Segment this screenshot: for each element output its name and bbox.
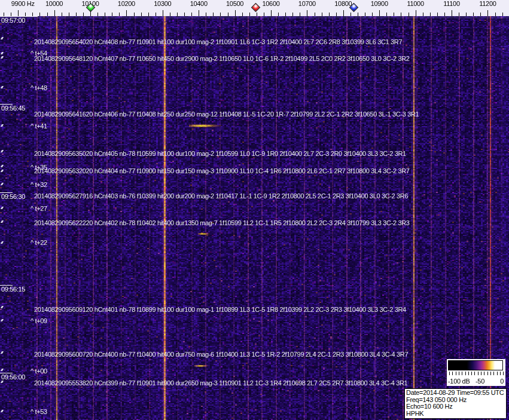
waterfall-overlay: 09:57:0009:56:4509:56:3009:56:1509:56:00…: [0, 0, 509, 420]
event-log-line: 20140829095641620 hCnt406 nb-77 f10408 h…: [34, 111, 419, 118]
time-offset-label: ^ t+54: [31, 50, 47, 57]
time-label: 09:56:30: [1, 193, 25, 200]
freq-tick: [119, 13, 120, 16]
freq-tick: [69, 13, 69, 16]
freq-tick: [257, 13, 257, 16]
legend-tick: [503, 372, 504, 375]
freq-tick: [25, 13, 26, 16]
freq-tick: [97, 13, 98, 16]
freq-label: 10000: [45, 0, 63, 7]
info-line: HPHK: [406, 410, 505, 418]
freq-tick: [235, 10, 236, 16]
edge-tick: [1, 319, 4, 321]
freq-tick: [365, 13, 365, 16]
freq-tick: [315, 13, 315, 16]
freq-tick: [83, 13, 84, 16]
edge-tick: [1, 37, 4, 39]
freq-tick: [220, 13, 221, 16]
time-offset-label: ^ t+35: [31, 164, 47, 171]
freq-tick: [32, 13, 33, 16]
legend-tick: [497, 372, 498, 375]
freq-tick: [343, 10, 344, 16]
freq-tick: [228, 13, 228, 16]
colorbar-labels: -100 dB -50 0: [447, 378, 505, 385]
legend-tick: [493, 372, 494, 375]
edge-tick: [1, 241, 4, 244]
legend-tick: [481, 372, 481, 375]
event-log-line: 20140829095600720 hCnt400 nb-77 f10400 h…: [34, 351, 408, 358]
event-log-line: 20140829095609120 hCnt401 nb-78 f10899 h…: [34, 306, 406, 313]
edge-tick: [1, 183, 4, 185]
legend-tick: [449, 372, 450, 375]
freq-tick: [184, 13, 185, 16]
edge-tick: [1, 165, 4, 167]
freq-tick: [386, 13, 387, 16]
colorbar-min-label: -100 dB: [448, 378, 470, 385]
frequency-ruler: 9900 Hz100001010010200103001040010500106…: [0, 0, 509, 16]
time-offset-label: ^ t+09: [31, 317, 47, 324]
freq-tick: [437, 13, 438, 16]
edge-tick: [1, 410, 4, 412]
freq-tick: [487, 10, 488, 16]
time-offset-label: ^ t+53: [31, 408, 47, 415]
freq-tick: [242, 13, 243, 16]
freq-tick: [206, 13, 206, 16]
edge-tick: [1, 150, 4, 152]
freq-label: 11200: [479, 0, 496, 7]
time-offset-label: ^ t+32: [31, 181, 47, 188]
freq-label: 9900 Hz: [11, 0, 35, 7]
freq-tick: [416, 10, 416, 16]
freq-label: 10300: [154, 0, 171, 7]
freq-tick: [4, 13, 4, 16]
edge-tick: [1, 124, 4, 127]
freq-tick: [163, 10, 163, 16]
freq-tick: [409, 13, 409, 16]
meteor-echo-monitor-window: 9900 Hz100001010010200103001040010500106…: [0, 0, 509, 420]
event-log-line: 20140829095648120 hCnt407 nb-77 f10650 h…: [34, 55, 410, 62]
freq-label: 10400: [190, 0, 208, 7]
freq-tick: [126, 10, 127, 16]
edge-tick: [1, 306, 4, 308]
freq-tick: [329, 13, 330, 16]
freq-tick: [285, 13, 286, 16]
freq-tick: [372, 13, 373, 16]
freq-label: 10700: [298, 0, 316, 7]
freq-tick: [177, 13, 178, 16]
freq-label: 10500: [226, 0, 243, 7]
freq-tick: [271, 10, 272, 16]
event-log-line: 20140829095622220 hCnt402 nb-78 f10402 h…: [34, 219, 410, 226]
freq-tick: [379, 10, 380, 16]
legend-tick: [500, 372, 501, 375]
time-label: 09:56:45: [1, 105, 25, 112]
time-label: 09:57:00: [1, 17, 25, 24]
red-marker[interactable]: [251, 3, 261, 13]
freq-tick: [112, 13, 112, 16]
legend-tick: [490, 372, 491, 375]
status-info-box: Date=2014-08-29 Time=09:55 UTCFreq=143 0…: [404, 388, 507, 419]
freq-tick: [264, 13, 264, 16]
freq-label: 11000: [407, 0, 423, 7]
freq-tick: [401, 13, 401, 16]
edge-tick: [1, 52, 4, 54]
freq-label: 10900: [371, 0, 388, 7]
freq-tick: [199, 10, 199, 16]
freq-tick: [459, 13, 459, 16]
freq-tick: [444, 13, 445, 16]
freq-tick: [358, 13, 358, 16]
freq-label: 10800: [334, 0, 352, 7]
edge-tick: [1, 170, 4, 172]
freq-tick: [76, 13, 77, 16]
info-line: Echo=10 600 Hz: [406, 403, 505, 410]
time-offset-label: ^ t+22: [31, 239, 47, 246]
edge-tick: [1, 351, 4, 354]
time-offset-label: ^ t+48: [31, 84, 47, 91]
legend-tick: [471, 372, 472, 375]
freq-tick: [249, 13, 250, 16]
edge-tick: [1, 56, 4, 59]
time-label: 09:56:00: [1, 373, 25, 381]
colorbar-max-label: 0: [500, 378, 504, 385]
freq-tick: [322, 13, 322, 16]
colorbar-mid-label: -50: [476, 378, 484, 385]
edge-tick: [1, 207, 4, 209]
freq-tick: [480, 13, 481, 16]
